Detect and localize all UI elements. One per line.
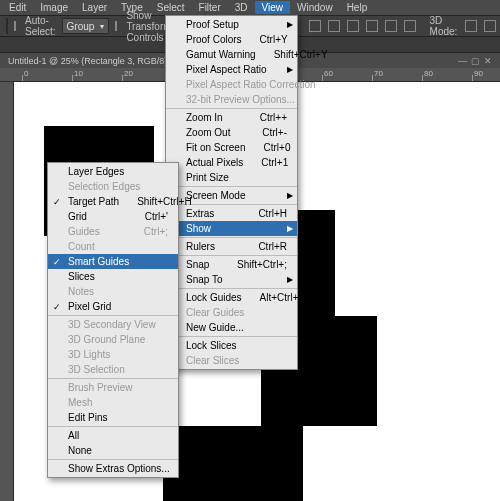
menu-window[interactable]: Window: [290, 1, 340, 14]
menu-edit[interactable]: Edit: [2, 1, 33, 14]
distribute-2-icon[interactable]: [326, 18, 342, 34]
auto-select-combo[interactable]: Group ▾: [62, 18, 110, 34]
vertical-ruler[interactable]: [0, 82, 14, 501]
view-menu-item: Clear Slices: [166, 353, 297, 368]
menu-item-shortcut: Shift+Ctrl+;: [219, 259, 287, 270]
view-menu-item[interactable]: Zoom InCtrl++: [166, 110, 297, 125]
mode-1-icon[interactable]: [463, 18, 479, 34]
distribute-6-icon[interactable]: [402, 18, 418, 34]
ruler-tick: 60: [322, 68, 323, 81]
view-menu-item[interactable]: Actual PixelsCtrl+1: [166, 155, 297, 170]
menu-item-label: Pixel Aspect Ratio: [186, 64, 267, 75]
view-menu-item[interactable]: Lock Slices: [166, 338, 297, 353]
ruler-tick: 20: [122, 68, 123, 81]
app-menubar: EditImageLayerTypeSelectFilter3DViewWind…: [0, 0, 500, 15]
minimize-icon[interactable]: —: [458, 56, 467, 66]
show-submenu-item[interactable]: ✓Target PathShift+Ctrl+H: [48, 194, 178, 209]
show-submenu-item[interactable]: Edit Pins: [48, 410, 178, 425]
view-menu-item[interactable]: Proof Setup▶: [166, 17, 297, 32]
menu-item-label: Selection Edges: [68, 181, 140, 192]
menu-item-label: Zoom In: [186, 112, 223, 123]
view-menu-item[interactable]: Gamut WarningShift+Ctrl+Y: [166, 47, 297, 62]
auto-select-combo-value: Group: [67, 21, 95, 32]
maximize-icon[interactable]: ▢: [471, 56, 480, 66]
chevron-down-icon: ▾: [100, 22, 104, 31]
distribute-4-icon[interactable]: [364, 18, 380, 34]
menu-help[interactable]: Help: [340, 1, 375, 14]
view-menu-item[interactable]: Proof ColorsCtrl+Y: [166, 32, 297, 47]
view-menu-item[interactable]: New Guide...: [166, 320, 297, 335]
view-menu-item[interactable]: ✓ExtrasCtrl+H: [166, 206, 297, 221]
view-menu-item[interactable]: Fit on ScreenCtrl+0: [166, 140, 297, 155]
view-menu-item[interactable]: Print Size: [166, 170, 297, 185]
distribute-3-icon[interactable]: [345, 18, 361, 34]
view-menu-item[interactable]: Show▶: [166, 221, 297, 236]
show-submenu-item[interactable]: Slices: [48, 269, 178, 284]
menu-item-label: Clear Slices: [186, 355, 239, 366]
menu-layer[interactable]: Layer: [75, 1, 114, 14]
menu-separator: [48, 378, 178, 379]
menu-item-label: 3D Secondary View: [68, 319, 156, 330]
show-transform-checkbox[interactable]: [115, 21, 117, 31]
menu-separator: [48, 315, 178, 316]
menu-image[interactable]: Image: [33, 1, 75, 14]
menu-filter[interactable]: Filter: [192, 1, 228, 14]
menu-separator: [48, 426, 178, 427]
show-submenu-item: Count: [48, 239, 178, 254]
menu-item-shortcut: Shift+Ctrl+H: [119, 196, 191, 207]
view-menu-item[interactable]: ✓SnapShift+Ctrl+;: [166, 257, 297, 272]
show-submenu-item[interactable]: ✓Pixel Grid: [48, 299, 178, 314]
menu-item-label: Brush Preview: [68, 382, 132, 393]
document-title: Untitled-1 @ 25% (Rectangle 3, RGB/8) *: [8, 56, 173, 66]
show-submenu-item: 3D Secondary View: [48, 317, 178, 332]
menu-item-label: None: [68, 445, 92, 456]
view-menu-item[interactable]: ✓RulersCtrl+R: [166, 239, 297, 254]
submenu-arrow-icon: ▶: [287, 20, 293, 29]
check-icon: ✓: [53, 257, 61, 267]
view-menu-item[interactable]: Zoom OutCtrl+-: [166, 125, 297, 140]
menu-item-label: Pixel Grid: [68, 301, 111, 312]
canvas-shape[interactable]: [163, 426, 303, 501]
view-menu-item[interactable]: Lock GuidesAlt+Ctrl+;: [166, 290, 297, 305]
menu-item-shortcut: Ctrl+H: [240, 208, 287, 219]
view-menu-item: 32-bit Preview Options...: [166, 92, 297, 107]
mode-2-icon[interactable]: [482, 18, 498, 34]
menu-item-label: Proof Colors: [186, 34, 242, 45]
ruler-tick: 0: [22, 68, 23, 81]
menu-item-label: Pixel Aspect Ratio Correction: [186, 79, 316, 90]
submenu-arrow-icon: ▶: [287, 275, 293, 284]
view-menu-item[interactable]: Pixel Aspect Ratio▶: [166, 62, 297, 77]
show-submenu-item[interactable]: ✓Smart Guides: [48, 254, 178, 269]
auto-select-checkbox[interactable]: [14, 21, 16, 31]
view-menu-dropdown[interactable]: Proof Setup▶Proof ColorsCtrl+YGamut Warn…: [165, 15, 298, 370]
distribute-1-icon[interactable]: [307, 18, 323, 34]
show-submenu-item[interactable]: Show Extras Options...: [48, 461, 178, 476]
menu-item-shortcut: Ctrl+': [127, 211, 168, 222]
menu-item-shortcut: Alt+Ctrl+;: [242, 292, 302, 303]
menu-item-label: Edit Pins: [68, 412, 107, 423]
menu-item-label: Snap: [186, 259, 209, 270]
show-submenu-item[interactable]: All: [48, 428, 178, 443]
menu-separator: [166, 288, 297, 289]
show-submenu-item[interactable]: None: [48, 443, 178, 458]
close-icon[interactable]: ✕: [484, 56, 492, 66]
show-submenu-item[interactable]: GridCtrl+': [48, 209, 178, 224]
submenu-arrow-icon: ▶: [287, 191, 293, 200]
menu-separator: [166, 255, 297, 256]
menu-item-label: Gamut Warning: [186, 49, 256, 60]
distribute-5-icon[interactable]: [383, 18, 399, 34]
menu-item-label: Notes: [68, 286, 94, 297]
menu-item-shortcut: Ctrl+Y: [242, 34, 288, 45]
submenu-arrow-icon: ▶: [287, 224, 293, 233]
menu-separator: [166, 186, 297, 187]
ruler-tick: 80: [422, 68, 423, 81]
menu-view[interactable]: View: [255, 1, 291, 14]
move-tool-icon[interactable]: [6, 18, 8, 34]
mode-label: 3D Mode:: [430, 15, 458, 37]
view-menu-item[interactable]: Snap To▶: [166, 272, 297, 287]
show-submenu-dropdown[interactable]: Layer EdgesSelection Edges✓Target PathSh…: [47, 162, 179, 478]
menu-item-label: Smart Guides: [68, 256, 129, 267]
menu-3d[interactable]: 3D: [228, 1, 255, 14]
distribute-icons: [307, 18, 418, 34]
show-submenu-item[interactable]: Layer Edges: [48, 164, 178, 179]
